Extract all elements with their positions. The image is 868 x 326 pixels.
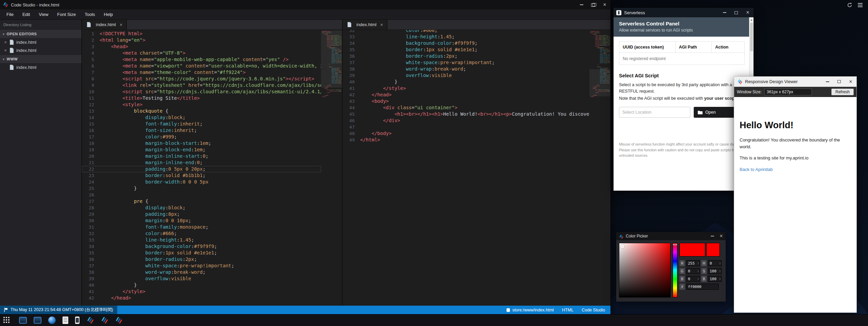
code-line[interactable]: 10 <script src="https://cdnjs.cloudflare… — [82, 89, 321, 95]
code-line[interactable]: 38 word-wrap:break-word; — [82, 269, 321, 275]
code-line[interactable]: 22 padding:0 5px 0 20px; — [82, 166, 321, 172]
color-field-g[interactable]: 0▴▾ — [686, 268, 700, 274]
code-studio-icon[interactable] — [86, 317, 94, 324]
scrollbar-thumb[interactable] — [750, 23, 753, 51]
code-line[interactable]: 15 font-family:inherit; — [82, 121, 321, 127]
close-button[interactable]: × — [599, 0, 610, 9]
sidebar-section-open-editors[interactable]: ▾OPEN EDITORS — [0, 30, 82, 38]
tab-index-html[interactable]: index.html × — [82, 20, 127, 30]
code-line[interactable]: 8 <script src="https://code.jquery.com/j… — [82, 76, 321, 82]
code-line[interactable]: 20 margin-inline-start:0; — [82, 153, 321, 159]
menu-file[interactable]: File — [2, 9, 18, 20]
tab-close-icon[interactable]: × — [380, 22, 383, 27]
code-line[interactable]: 19 margin-block-end:1em; — [82, 147, 321, 153]
stepper-icon[interactable]: ▴▾ — [719, 270, 721, 272]
code-line[interactable]: 40 } — [82, 282, 321, 288]
scroll-up-icon[interactable]: ▲ — [749, 17, 754, 22]
code-line[interactable]: 35 border:1px solid #e1e1e1; — [82, 250, 321, 256]
code-studio-icon[interactable] — [101, 317, 108, 324]
minimap[interactable]: <!DOCTYPE html><html lang="en"> <head> <… — [589, 30, 610, 306]
minimize-button[interactable] — [708, 232, 717, 240]
code-line[interactable]: 9 <link rel="stylesheet" href="https://c… — [82, 82, 321, 89]
code-line[interactable]: 47 — [342, 124, 589, 130]
tab-close-icon[interactable]: × — [120, 22, 122, 27]
open-button[interactable]: Open — [694, 107, 738, 118]
document-app-icon[interactable] — [63, 317, 68, 324]
code-editor[interactable]: 32 color:#666;33 line-height:1.45;34 bac… — [342, 30, 589, 306]
code-line[interactable]: 32 color:#666; — [342, 30, 589, 34]
color-field-r[interactable]: 255▴▾ — [686, 260, 700, 266]
back-to-aprintlab-link[interactable]: Back to Aprintlab — [740, 167, 773, 172]
minimap-viewport[interactable] — [321, 31, 342, 88]
minimap[interactable]: <!DOCTYPE html><html lang="en"> <head> <… — [321, 30, 342, 306]
code-line[interactable]: 37 white-space:pre-wrap!important; — [82, 263, 321, 269]
code-line[interactable]: 5 <meta name="apple-mobile-web-app-capab… — [82, 56, 321, 63]
code-line[interactable]: 45 <h1><br></h1><h1>Hello World!<br></h1… — [342, 111, 589, 117]
code-editor[interactable]: 1<!DOCTYPE html>2<html lang="en">3 <head… — [82, 30, 321, 306]
menu-help[interactable]: Help — [100, 9, 118, 20]
code-line[interactable]: 6 <meta name="viewport" content="user-sc… — [82, 63, 321, 69]
tab-index-html[interactable]: index.html × — [342, 20, 387, 30]
sidebar-item-index-html[interactable]: ×index.html — [0, 38, 82, 46]
menu-edit[interactable]: Edit — [18, 9, 34, 20]
sidebar-item-index-html[interactable]: ×index.html — [0, 46, 82, 54]
code-line[interactable]: 33 line-height:1.45; — [342, 34, 589, 40]
globe-app-icon[interactable] — [48, 317, 56, 324]
code-line[interactable]: 18 margin-block-start:1em; — [82, 140, 321, 147]
status-file-path[interactable]: store:/www/index.html — [506, 308, 554, 312]
app-grid-icon[interactable] — [3, 317, 10, 324]
minimize-button[interactable] — [576, 0, 587, 9]
code-line[interactable]: 21 margin-inline-end:0; — [82, 159, 321, 166]
code-line[interactable]: 49</html> — [342, 137, 589, 143]
sync-icon[interactable] — [847, 2, 852, 8]
code-line[interactable]: 14 display:block; — [82, 114, 321, 121]
maximize-button[interactable] — [730, 8, 742, 17]
code-line[interactable]: 42 </head> — [82, 295, 321, 301]
code-line[interactable]: 34 background-color:#f9f9f9; — [342, 40, 589, 46]
menu-tools[interactable]: Tools — [80, 9, 99, 20]
restore-button[interactable] — [587, 0, 599, 9]
close-button[interactable]: × — [742, 8, 754, 17]
window-app-icon[interactable] — [34, 317, 41, 324]
code-line[interactable]: 7 <meta name="theme-color" content="#ff9… — [82, 69, 321, 76]
code-line[interactable]: 42 </head> — [342, 92, 589, 98]
close-icon[interactable]: × — [3, 40, 8, 45]
minimize-button[interactable] — [719, 8, 730, 17]
maximize-button[interactable] — [833, 77, 845, 87]
code-line[interactable]: 27 pre { — [82, 198, 321, 205]
hue-cursor[interactable] — [673, 244, 677, 245]
status-language[interactable]: HTML — [562, 308, 573, 312]
code-line[interactable]: 43 <body> — [342, 98, 589, 104]
code-line[interactable]: 25 } — [82, 185, 321, 192]
window-app-icon[interactable] — [19, 317, 27, 324]
code-line[interactable]: 3 <head> — [82, 43, 321, 50]
menu-view[interactable]: View — [34, 9, 53, 20]
code-line[interactable]: 36 border-radius:2px; — [82, 256, 321, 263]
code-line[interactable]: 13 blockquote { — [82, 108, 321, 114]
code-line[interactable]: 33 line-height:1.45; — [82, 237, 321, 243]
code-line[interactable]: 1<!DOCTYPE html> — [82, 31, 321, 37]
code-line[interactable]: 44 <div class="ui container"> — [342, 104, 589, 111]
minimap-viewport[interactable] — [589, 69, 610, 96]
code-line[interactable]: 32 color:#666; — [82, 230, 321, 237]
status-datetime[interactable]: Thu May 11 2023 21:54:48 GMT+0800 (台北標準時… — [0, 306, 117, 314]
color-cursor[interactable] — [621, 245, 624, 248]
stepper-icon[interactable]: ▴▾ — [719, 262, 721, 265]
close-button[interactable]: × — [845, 77, 856, 87]
sidebar-item-index-html[interactable]: index.html — [0, 63, 82, 71]
code-line[interactable]: 28 display:block; — [82, 205, 321, 211]
status-app-name[interactable]: Code Studio — [582, 308, 605, 312]
color-field-s[interactable]: 100▴▾ — [708, 268, 722, 274]
menu-icon[interactable] — [858, 3, 863, 7]
code-line[interactable]: 24 border-width:0 0 0 5px — [82, 179, 321, 185]
code-line[interactable]: 41 </style> — [342, 85, 589, 92]
code-line[interactable]: 2<html lang="en"> — [82, 37, 321, 43]
code-line[interactable]: 26 — [82, 192, 321, 198]
code-line[interactable]: 29 padding:8px; — [82, 211, 321, 217]
saturation-brightness-area[interactable] — [619, 243, 671, 298]
minimize-button[interactable] — [822, 77, 833, 87]
code-line[interactable]: 39 overflow:visible — [82, 275, 321, 282]
hex-color-field[interactable]: ff0000 — [686, 284, 719, 290]
refresh-button[interactable]: Refresh — [831, 89, 854, 95]
hue-slider[interactable] — [673, 243, 677, 298]
